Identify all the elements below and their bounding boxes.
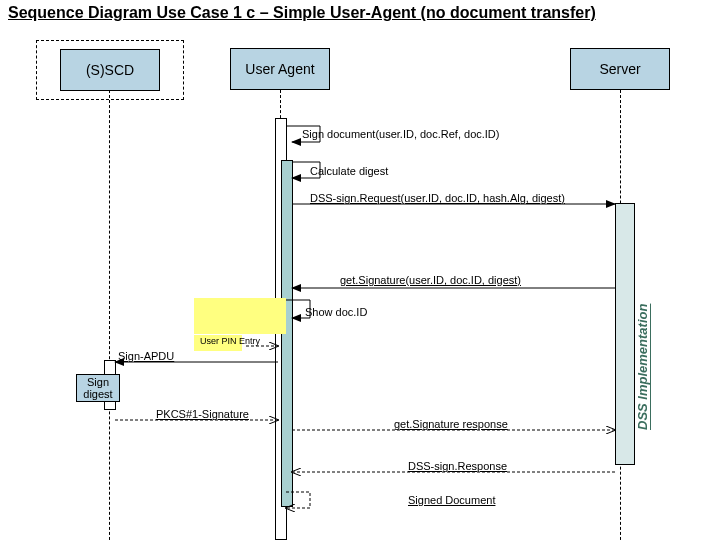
msg-sign-document: Sign document(user.ID, doc.Ref, doc.ID) bbox=[302, 128, 499, 140]
dss-label: DSS Implementation bbox=[635, 270, 650, 430]
msg-signed-document: Signed Document bbox=[408, 494, 495, 506]
note-sign-digest: Sign digest bbox=[76, 374, 120, 402]
msg-pkcs: PKCS#1-Signature bbox=[156, 408, 249, 420]
msg-show-docid: Show doc.ID bbox=[305, 306, 367, 318]
msg-calc-digest: Calculate digest bbox=[310, 165, 388, 177]
participant-user-agent: User Agent bbox=[230, 48, 330, 90]
lifeline-sscd bbox=[109, 90, 110, 540]
participant-server: Server bbox=[570, 48, 670, 90]
msg-user-pin: User PIN Entry bbox=[200, 336, 260, 346]
highlight-showdoc bbox=[194, 298, 286, 334]
activation-dss bbox=[615, 203, 635, 465]
msg-dss-request: DSS-sign.Request(user.ID, doc.ID, hash.A… bbox=[310, 192, 565, 204]
participant-sscd: (S)SCD bbox=[60, 49, 160, 91]
msg-get-signature: get.Signature(user.ID, doc.ID, digest) bbox=[340, 274, 521, 286]
diagram-title: Sequence Diagram Use Case 1 c – Simple U… bbox=[8, 4, 596, 22]
msg-dss-response: DSS-sign.Response bbox=[408, 460, 507, 472]
participant-sscd-container: (S)SCD bbox=[36, 40, 184, 100]
msg-get-sig-response: get.Signature response bbox=[394, 418, 508, 430]
msg-sign-apdu: Sign-APDU bbox=[118, 350, 174, 362]
